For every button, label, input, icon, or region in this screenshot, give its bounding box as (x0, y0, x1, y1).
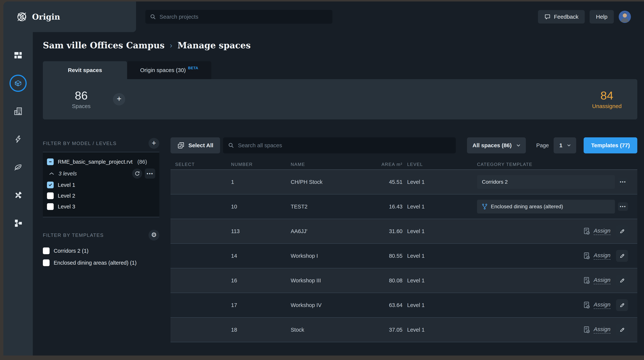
sidebar-item-tools[interactable] (9, 186, 27, 204)
chevron-down-icon (567, 144, 570, 146)
assign-doc-icon (583, 228, 590, 235)
unassigned-label: Unassigned (592, 103, 622, 109)
model-checkbox-indeterminate[interactable] (47, 158, 54, 165)
add-model-button[interactable]: + (148, 138, 159, 149)
cell-area: 80.08 (365, 278, 402, 284)
cell-name: Workshop I (291, 253, 365, 259)
template-checkbox[interactable] (43, 247, 50, 254)
search-projects-input[interactable] (160, 14, 328, 20)
search-spaces-input[interactable] (238, 142, 450, 148)
cell-area: 16.43 (365, 204, 402, 210)
cell-name: Workshop IV (291, 302, 365, 308)
level-checkbox[interactable] (47, 182, 54, 188)
pencil-icon (619, 278, 625, 283)
template-checkbox[interactable] (43, 259, 50, 266)
template-filter-row: Enclosed dining areas (altered) (1) (43, 257, 159, 269)
spaces-count-block: 86 Spaces (72, 89, 90, 109)
sidebar-nav (3, 46, 33, 232)
gear-icon: ⚙ (151, 231, 157, 239)
app-title: Origin (32, 12, 60, 22)
tab-revit-spaces[interactable]: Revit spaces (43, 61, 127, 79)
edit-space-button[interactable] (616, 250, 628, 262)
page-label: Page (536, 142, 549, 148)
category-template-text: Enclosed dining areas (altered) (491, 204, 563, 210)
table-row: 10 TEST2 16.43 Level 1 Enclosed dining a… (170, 195, 637, 219)
pencil-icon (619, 228, 625, 234)
assign-link[interactable]: Assign (594, 228, 610, 235)
table-row: 17 Workshop IV 63.64 Level 1 (170, 293, 637, 318)
table-header: SELECT NUMBER NAME AREA m² LEVEL CATEGOR… (170, 159, 637, 170)
cell-number: 14 (231, 253, 291, 259)
template-filter-label: Corridors 2 (1) (54, 248, 88, 254)
level-label: Level 2 (58, 193, 75, 199)
sidebar-item-spaces[interactable] (9, 74, 27, 92)
building-icon (14, 107, 22, 115)
topbar-actions: Feedback Help (538, 10, 631, 24)
cell-level: Level 1 (402, 204, 477, 210)
user-avatar[interactable] (619, 11, 631, 23)
table-body: 1 CH/PH Stock 45.51 Level 1 Corridors 2 (170, 170, 637, 342)
level-checkbox[interactable] (47, 193, 54, 199)
row-more-button[interactable]: ••• (618, 178, 628, 186)
level-checkbox[interactable] (47, 203, 54, 210)
logo-area: Origin (3, 2, 136, 32)
templates-button[interactable]: Templates (77) (584, 137, 637, 153)
edit-space-button[interactable] (616, 324, 628, 336)
model-name: RME_basic_sample_project.rvt (58, 159, 132, 165)
assign-link[interactable]: Assign (594, 301, 610, 309)
edit-space-button[interactable] (616, 299, 628, 311)
leaf-icon (14, 163, 22, 171)
chevron-down-icon (516, 144, 520, 147)
sidebar-item-integrations[interactable] (9, 214, 27, 232)
cell-name: TEST2 (291, 204, 365, 210)
unassigned-block: 84 Unassigned (592, 89, 622, 109)
feedback-bubble-icon (544, 14, 551, 20)
cell-area: 45.51 (365, 179, 402, 185)
assign-link[interactable]: Assign (594, 252, 610, 260)
sync-model-button[interactable] (132, 168, 142, 178)
spaces-stat-bar: 86 Spaces + 84 Unassigned (43, 79, 637, 119)
assign-group: Assign (583, 301, 615, 309)
templates-settings-button[interactable]: ⚙ (148, 230, 159, 241)
assign-group: Assign (583, 252, 615, 260)
edit-space-button[interactable] (616, 225, 628, 237)
cell-number: 17 (231, 302, 291, 308)
cell-level: Level 1 (402, 327, 477, 333)
assign-link[interactable]: Assign (594, 326, 610, 333)
add-space-button[interactable]: + (113, 93, 125, 105)
select-all-button[interactable]: Select All (170, 137, 220, 153)
category-template-field[interactable]: Enclosed dining areas (altered) (477, 200, 615, 214)
table-row: 16 Workshop III 80.08 Level 1 (170, 268, 637, 293)
breadcrumb-project[interactable]: Sam ville Offices Campus (43, 40, 164, 50)
cell-name: Stock (291, 327, 365, 333)
table-row: 14 Workshop I 80.55 Level 1 (170, 244, 637, 268)
project-search[interactable] (145, 10, 332, 24)
tab-origin-spaces[interactable]: Origin spaces (30) BETA (127, 61, 211, 79)
spaces-filter-dropdown[interactable]: All spaces (86) (467, 137, 526, 153)
help-label: Help (596, 14, 608, 20)
help-button[interactable]: Help (590, 10, 614, 24)
edit-space-button[interactable] (616, 275, 628, 286)
spaces-search[interactable] (223, 137, 456, 153)
origin-logo-icon (16, 11, 27, 22)
sidebar-item-sustainability[interactable] (9, 158, 27, 176)
template-filter-label: Enclosed dining areas (altered) (1) (54, 260, 136, 266)
assign-link[interactable]: Assign (594, 277, 610, 284)
filter-models-heading: FILTER BY MODEL / LEVELS (43, 140, 117, 146)
sidebar-item-energy[interactable] (9, 130, 27, 148)
col-header-name: NAME (291, 162, 365, 167)
pencil-icon (619, 253, 625, 259)
assign-doc-icon (583, 326, 590, 333)
collapse-chevron-icon[interactable] (49, 172, 54, 175)
feedback-button[interactable]: Feedback (538, 10, 585, 24)
sidebar-item-dashboard[interactable] (9, 46, 27, 64)
level-label: Level 1 (58, 182, 75, 188)
cell-area: 80.55 (365, 253, 402, 259)
sidebar-item-buildings[interactable] (9, 102, 27, 120)
page-dropdown[interactable]: 1 (554, 137, 576, 153)
cell-number: 1 (231, 179, 291, 185)
row-more-button[interactable]: ••• (618, 202, 628, 211)
cell-level: Level 1 (402, 302, 477, 308)
model-more-button[interactable]: ••• (145, 168, 155, 178)
category-template-field[interactable]: Corridors 2 (477, 175, 615, 189)
